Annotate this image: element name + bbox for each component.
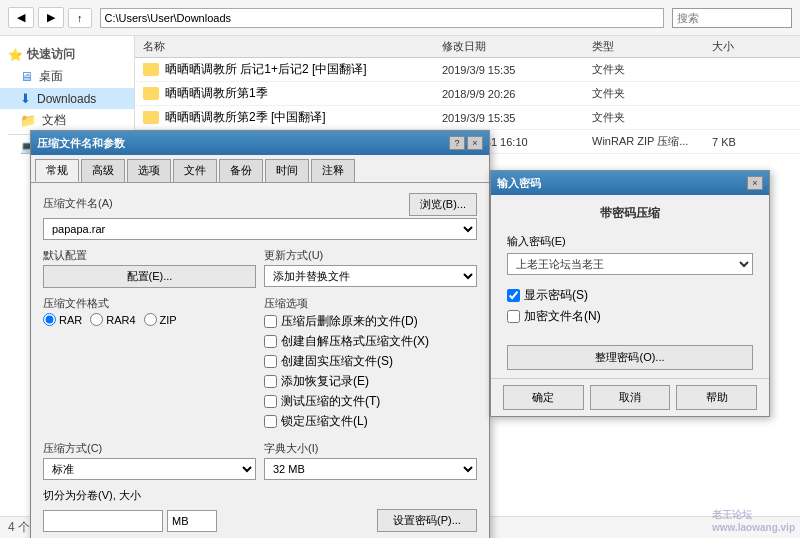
opt-solid[interactable]: 创建固实压缩文件(S): [264, 353, 477, 370]
tab-general[interactable]: 常规: [35, 159, 79, 182]
arrange-btn[interactable]: 整理密码(O)...: [507, 345, 753, 370]
compress-dialog-tabs: 常规 高级 选项 文件 备份 时间 注释: [31, 155, 489, 183]
opt-sfx[interactable]: 创建自解压格式压缩文件(X): [264, 333, 477, 350]
config-label: 默认配置: [43, 248, 256, 263]
pwd-help-btn[interactable]: 帮助: [676, 385, 757, 410]
show-pwd-check[interactable]: 显示密码(S): [507, 287, 753, 304]
tab-advanced[interactable]: 高级: [81, 159, 125, 182]
dict-size-label: 字典大小(I): [264, 441, 477, 456]
filename-label: 压缩文件名(A): [43, 196, 113, 211]
folder-icon: [143, 63, 159, 76]
update-group: 更新方式(U) 添加并替换文件: [264, 248, 477, 288]
up-btn[interactable]: ↑: [68, 8, 92, 28]
password-dialog: 输入密码 × 带密码压缩 输入密码(E) 上老王论坛当老王 显示密码(S) 加密…: [490, 170, 770, 417]
compress-dialog-titlebar: 压缩文件名和参数 ? ×: [31, 131, 489, 155]
compress-dialog: 压缩文件名和参数 ? × 常规 高级 选项 文件 备份 时间 注释 压缩文件名(…: [30, 130, 490, 538]
table-row[interactable]: 晒晒晒调教所 后记1+后记2 [中国翻译] 2019/3/9 15:35 文件夹: [135, 58, 800, 82]
filename-group: 压缩文件名(A) 浏览(B)... papapa.rar: [43, 193, 477, 240]
desktop-icon: 🖥: [20, 69, 33, 84]
compress-method-label: 压缩方式(C): [43, 441, 256, 456]
format-radios: RAR RAR4 ZIP: [43, 313, 256, 326]
radio-zip[interactable]: ZIP: [144, 313, 177, 326]
compress-method-select[interactable]: 标准: [43, 458, 256, 480]
compress-dialog-title: 压缩文件名和参数: [37, 136, 125, 151]
opt-recovery[interactable]: 添加恢复记录(E): [264, 373, 477, 390]
split-input-row: MB 设置密码(P)...: [43, 509, 477, 532]
address-bar[interactable]: [100, 8, 665, 28]
opt-lock[interactable]: 锁定压缩文件(L): [264, 413, 477, 430]
pwd-input[interactable]: 上老王论坛当老王: [507, 253, 753, 275]
split-row: 切分为分卷(V), 大小: [43, 488, 477, 503]
radio-rar4[interactable]: RAR4: [90, 313, 135, 326]
compress-method-group: 压缩方式(C) 标准: [43, 441, 256, 480]
sidebar-item-downloads[interactable]: ⬇ Downloads: [0, 88, 134, 109]
format-label: 压缩文件格式: [43, 296, 256, 311]
folder-icon: [143, 87, 159, 100]
split-unit-select[interactable]: MB: [167, 510, 217, 532]
update-method-select[interactable]: 添加并替换文件: [264, 265, 477, 287]
format-group: 压缩文件格式 RAR RAR4 ZIP: [43, 296, 256, 433]
download-icon: ⬇: [20, 91, 31, 106]
sidebar-item-documents[interactable]: 📁 文档: [0, 109, 134, 132]
pwd-ok-btn[interactable]: 确定: [503, 385, 584, 410]
toolbar: ◀ ▶ ↑: [0, 0, 800, 36]
pwd-header: 带密码压缩: [491, 195, 769, 226]
search-input[interactable]: [672, 8, 792, 28]
filename-input[interactable]: papapa.rar: [43, 218, 477, 240]
help-icon-btn[interactable]: ?: [449, 136, 465, 150]
password-title-btns: ×: [747, 176, 763, 190]
forward-btn[interactable]: ▶: [38, 7, 64, 28]
compress-dialog-body: 压缩文件名(A) 浏览(B)... papapa.rar 默认配置 配置(E).…: [31, 183, 489, 538]
tab-comment[interactable]: 注释: [311, 159, 355, 182]
dict-size-select[interactable]: 32 MB: [264, 458, 477, 480]
split-size-input[interactable]: [43, 510, 163, 532]
pwd-body: 输入密码(E) 上老王论坛当老王 显示密码(S) 加密文件名(N): [491, 226, 769, 337]
format-options-row: 压缩文件格式 RAR RAR4 ZIP 压缩选项 压缩后删除原来的文件: [43, 296, 477, 433]
folder-icon: [143, 111, 159, 124]
file-list-header: 名称 修改日期 类型 大小: [135, 36, 800, 58]
config-btn[interactable]: 配置(E)...: [43, 265, 256, 288]
password-dialog-title: 输入密码: [497, 176, 541, 191]
password-dialog-footer: 确定 取消 帮助: [491, 378, 769, 416]
set-password-btn[interactable]: 设置密码(P)...: [377, 509, 477, 532]
options-group: 压缩选项 压缩后删除原来的文件(D) 创建自解压格式压缩文件(X) 创建固实压缩…: [264, 296, 477, 433]
radio-rar[interactable]: RAR: [43, 313, 82, 326]
pwd-cancel-btn[interactable]: 取消: [590, 385, 671, 410]
password-close-btn[interactable]: ×: [747, 176, 763, 190]
split-label: 切分为分卷(V), 大小: [43, 488, 141, 503]
encrypt-names-check[interactable]: 加密文件名(N): [507, 308, 753, 325]
sidebar-item-desktop[interactable]: 🖥 桌面: [0, 65, 134, 88]
tab-files[interactable]: 文件: [173, 159, 217, 182]
back-btn[interactable]: ◀: [8, 7, 34, 28]
table-row[interactable]: 晒晒晒调教所第1季 2018/9/9 20:26 文件夹: [135, 82, 800, 106]
update-method-label: 更新方式(U): [264, 248, 477, 263]
opt-test[interactable]: 测试压缩的文件(T): [264, 393, 477, 410]
documents-icon: 📁: [20, 113, 36, 128]
close-btn[interactable]: ×: [467, 136, 483, 150]
method-dict-row: 压缩方式(C) 标准 字典大小(I) 32 MB: [43, 441, 477, 480]
pwd-checkboxes: 显示密码(S) 加密文件名(N): [507, 287, 753, 325]
tab-options[interactable]: 选项: [127, 159, 171, 182]
tab-backup[interactable]: 备份: [219, 159, 263, 182]
config-update-row: 默认配置 配置(E)... 更新方式(U) 添加并替换文件: [43, 248, 477, 288]
quick-access-header: ⭐ 快速访问: [0, 44, 134, 65]
options-label: 压缩选项: [264, 296, 477, 311]
compress-dialog-title-btns: ? ×: [449, 136, 483, 150]
dict-size-group: 字典大小(I) 32 MB: [264, 441, 477, 480]
browse-btn[interactable]: 浏览(B)...: [409, 193, 477, 216]
tab-time[interactable]: 时间: [265, 159, 309, 182]
config-group: 默认配置 配置(E)...: [43, 248, 256, 288]
password-dialog-titlebar: 输入密码 ×: [491, 171, 769, 195]
table-row[interactable]: 晒晒晒调教所第2季 [中国翻译] 2019/3/9 15:35 文件夹: [135, 106, 800, 130]
pwd-label: 输入密码(E): [507, 234, 753, 249]
opt-delete[interactable]: 压缩后删除原来的文件(D): [264, 313, 477, 330]
